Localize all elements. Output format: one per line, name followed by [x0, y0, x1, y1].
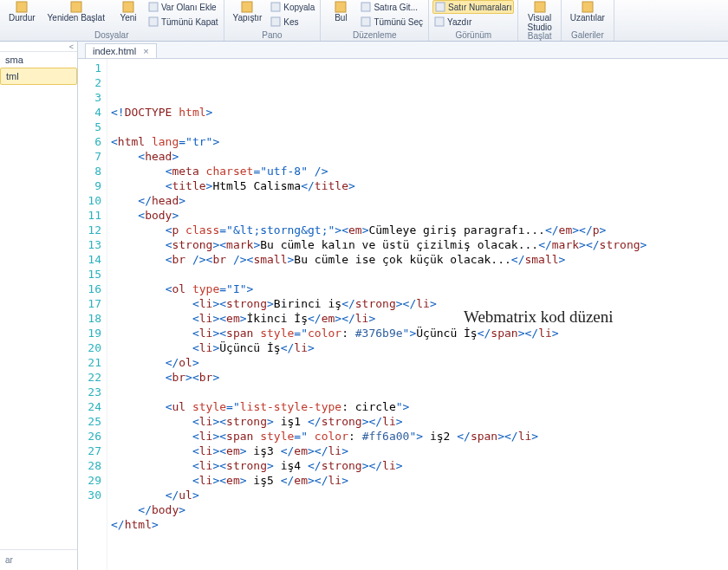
sidebar-item-0[interactable]: sma — [0, 52, 77, 68]
code-line[interactable]: <br /><br /><small>Bu cümle ise çok küçü… — [111, 252, 728, 267]
svg-rect-5 — [242, 2, 252, 12]
ribbon-group-pano: YapıştırKopyalaKesPano — [224, 0, 322, 41]
code-line[interactable]: <p class="&lt;storng&gt;"><em>Cümleye gi… — [111, 223, 728, 237]
ribbon-new[interactable]: Yeni — [112, 0, 145, 23]
code-area[interactable]: 1234567891011121314151617181920212223242… — [78, 59, 728, 570]
tab-bar: index.html × — [78, 42, 728, 59]
ribbon-cut[interactable]: Kes — [269, 15, 316, 29]
ribbon-find[interactable]: Bul — [324, 0, 357, 23]
code-line[interactable]: <strong><mark>Bu cümle kalın ve üstü çiz… — [111, 237, 728, 252]
line-number: 16 — [78, 282, 101, 296]
selectall-icon — [361, 16, 371, 27]
line-number: 1 — [78, 61, 101, 75]
ribbon-durdur[interactable]: Durdur — [3, 0, 41, 23]
ribbon-btn-label: Yazdır — [447, 17, 471, 27]
code-line[interactable] — [111, 385, 728, 399]
ribbon-btn-label: Yeniden Başlat — [48, 13, 105, 23]
code-line[interactable]: <ol type="I"> — [111, 282, 728, 296]
sidebar-item-1[interactable]: tml — [0, 68, 77, 85]
ribbon-group-label: Düzenleme — [353, 30, 397, 40]
ribbon-btn-label: Uzantılar — [570, 13, 605, 23]
code-line[interactable]: </body> — [111, 502, 728, 517]
ribbon-group-dosyalar: DurdurYeniden BaşlatYeniVar Olanı EkleTü… — [0, 0, 224, 41]
ribbon-btn-label: Satıra Git... — [374, 3, 418, 12]
code-line[interactable]: <br><br> — [111, 370, 728, 385]
code-line[interactable]: <!DOCTYPE html> — [111, 105, 728, 120]
code-line[interactable]: <li><em> iş5 </em></li> — [111, 473, 728, 488]
sidebar: < smatml ar — [0, 42, 78, 570]
ribbon-paste[interactable]: Yapıştır — [228, 0, 268, 23]
ribbon-btn-label: Yeni — [120, 13, 136, 23]
code-line[interactable]: <li><em>İkinci İş</em></li> — [111, 311, 728, 326]
ext-icon — [581, 0, 595, 12]
paste-icon — [240, 0, 254, 12]
code-line[interactable]: </head> — [111, 193, 728, 208]
close-icon[interactable]: × — [143, 46, 148, 56]
line-number: 30 — [78, 488, 101, 502]
svg-rect-10 — [361, 17, 370, 26]
ribbon-restart[interactable]: Yeniden Başlat — [42, 0, 110, 23]
ribbon-ext[interactable]: Uzantılar — [565, 0, 610, 23]
print-icon — [434, 16, 445, 27]
code-line[interactable]: <li><strong> iş1 </strong></li> — [111, 414, 728, 429]
svg-rect-12 — [435, 17, 444, 26]
code-line[interactable]: </ul> — [111, 488, 728, 502]
goto-icon — [361, 2, 371, 12]
code-line[interactable] — [111, 532, 728, 547]
code-line[interactable]: </ol> — [111, 355, 728, 370]
svg-rect-0 — [16, 2, 27, 12]
ribbon-linenumbers[interactable]: Satır Numaraları — [432, 0, 514, 14]
code-line[interactable]: <meta charset="utf-8" /> — [111, 164, 728, 178]
code-line[interactable]: <ul style="list-style-type: circle"> — [111, 399, 728, 414]
code-line[interactable]: <head> — [111, 149, 728, 164]
annotation-label: Webmatrix kod düzeni — [464, 309, 614, 324]
line-number: 6 — [78, 134, 101, 149]
code-lines[interactable]: <!DOCTYPE html><html lang="tr"> <head> <… — [107, 59, 728, 570]
line-gutter: 1234567891011121314151617181920212223242… — [78, 59, 107, 570]
ribbon-print[interactable]: Yazdır — [432, 15, 514, 29]
line-number: 25 — [78, 414, 101, 429]
code-line[interactable]: </html> — [111, 517, 728, 532]
code-line[interactable]: <body> — [111, 208, 728, 223]
ribbon-group-label: Pano — [262, 30, 282, 40]
ribbon-tumkapat[interactable]: Tümünü Kapat — [146, 15, 220, 29]
ribbon-btn-label: Bul — [335, 13, 347, 23]
cut-icon — [270, 16, 281, 27]
ribbon: DurdurYeniden BaşlatYeniVar Olanı EkleTü… — [0, 0, 728, 42]
tab-index-html[interactable]: index.html × — [85, 43, 157, 58]
code-line[interactable] — [111, 267, 728, 282]
line-number: 28 — [78, 458, 101, 473]
ribbon-goto[interactable]: Satıra Git... — [359, 0, 425, 14]
sidebar-collapse[interactable]: < — [0, 42, 77, 52]
line-number: 10 — [78, 193, 101, 208]
ribbon-btn-label: Kes — [283, 17, 298, 27]
ribbon-selectall[interactable]: Tümünü Seç — [359, 15, 425, 29]
code-line[interactable]: <title>Html5 Calisma</title> — [111, 178, 728, 193]
editor: index.html × 123456789101112131415161718… — [78, 42, 728, 570]
ribbon-btn-label: Visual Studio — [527, 13, 551, 32]
ribbon-group-label: Görünüm — [455, 30, 491, 40]
tab-label: index.html — [93, 46, 136, 56]
ribbon-vs[interactable]: Visual Studio — [522, 0, 556, 32]
code-line[interactable]: <html lang="tr"> — [111, 134, 728, 149]
line-number: 2 — [78, 75, 101, 90]
line-number: 8 — [78, 164, 101, 178]
code-line[interactable]: <li><strong>Birinci iş</strong></li> — [111, 296, 728, 311]
code-line[interactable]: <li><span style="color: #376b9e">Üçüncü … — [111, 326, 728, 340]
main-area: < smatml ar index.html × 123456789101112… — [0, 42, 728, 570]
code-line[interactable]: <li><strong> iş4 </strong></li> — [111, 458, 728, 473]
code-line[interactable]: <li><span style=" color: #ff6a00"> iş2 <… — [111, 429, 728, 444]
code-line[interactable] — [111, 120, 728, 134]
ribbon-btn-label: Tümünü Kapat — [161, 17, 218, 27]
svg-rect-7 — [271, 17, 280, 26]
ribbon-group-görünüm: Satır NumaralarıYazdırGörünüm — [429, 0, 518, 41]
code-line[interactable]: <li>Üçüncü İş</li> — [111, 340, 728, 355]
ribbon-btn-label: Yapıştır — [233, 13, 263, 23]
line-number: 24 — [78, 399, 101, 414]
svg-rect-3 — [149, 3, 158, 11]
ribbon-varolani[interactable]: Var Olanı Ekle — [146, 0, 220, 14]
sidebar-footer: ar — [0, 549, 77, 570]
ribbon-btn-label: Durdur — [9, 13, 36, 23]
ribbon-copy[interactable]: Kopyala — [269, 0, 316, 14]
code-line[interactable]: <li><em> iş3 </em></li> — [111, 444, 728, 458]
